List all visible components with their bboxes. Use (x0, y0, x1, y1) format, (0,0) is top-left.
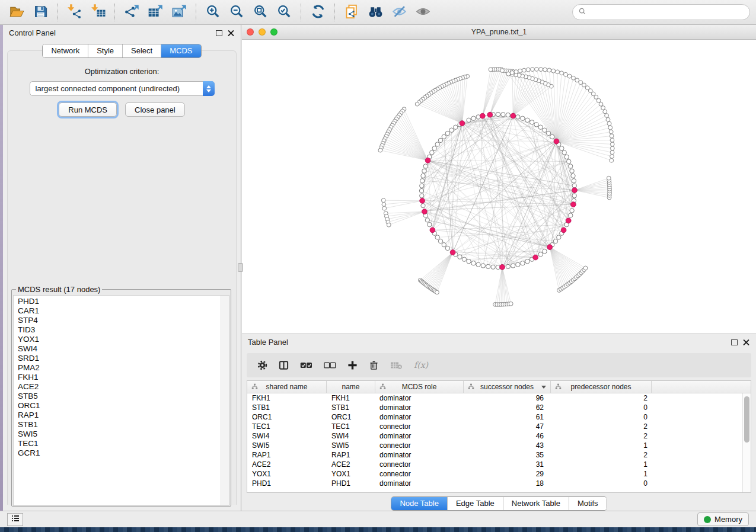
table-row[interactable]: FKH1FKH1dominator962 (247, 393, 751, 403)
export-table-button[interactable] (143, 2, 167, 23)
task-history-button[interactable] (7, 513, 23, 526)
toolbar-separator (334, 4, 335, 21)
mcds-list-scrollbar[interactable] (221, 296, 229, 505)
table-row[interactable]: RAP1RAP1dominator352 (247, 450, 751, 460)
table-cell: 2 (551, 422, 652, 431)
hide-selected-button[interactable] (387, 2, 411, 23)
close-panel-button[interactable]: Close panel (125, 102, 185, 117)
tab-style[interactable]: Style (88, 44, 122, 57)
copy-network-button[interactable] (340, 2, 363, 23)
list-item[interactable]: SWI5 (18, 430, 229, 439)
list-item[interactable]: PHD1 (18, 297, 229, 306)
search-input[interactable] (589, 8, 744, 17)
table-scrollbar-thumb[interactable] (744, 396, 749, 443)
list-item[interactable]: STP4 (18, 316, 229, 325)
table-cell: SWI4 (247, 432, 327, 440)
list-item[interactable]: SWI4 (18, 344, 229, 354)
show-columns-button[interactable] (279, 360, 289, 370)
close-icon[interactable] (743, 339, 750, 346)
minimize-traffic-light-icon[interactable] (259, 28, 266, 36)
zoom-selected-button[interactable] (272, 2, 296, 23)
float-window-icon[interactable] (216, 30, 222, 36)
list-item[interactable]: FKH1 (18, 373, 229, 382)
list-item[interactable]: ORC1 (18, 401, 229, 411)
table-row[interactable]: ORC1ORC1dominator610 (247, 412, 751, 422)
zoom-in-button[interactable] (201, 2, 225, 23)
tab-mcds[interactable]: MCDS (161, 44, 200, 57)
table-cell: FKH1 (327, 394, 375, 402)
table-row[interactable]: SWI4SWI4dominator462 (247, 431, 751, 441)
close-traffic-light-icon[interactable] (247, 28, 254, 36)
table-cell: dominator (375, 413, 464, 421)
list-item[interactable]: GCR1 (18, 448, 229, 458)
column-label: name (342, 383, 359, 391)
add-column-icon (347, 360, 358, 370)
deselect-all-button[interactable] (324, 360, 336, 370)
status-bar: Memory (0, 511, 756, 527)
list-item[interactable]: PMA2 (18, 363, 229, 373)
table-cell: dominator (375, 403, 464, 412)
close-icon[interactable] (228, 30, 235, 37)
add-column-button[interactable] (347, 360, 358, 370)
table-row[interactable]: YOX1YOX1connector291 (247, 469, 751, 479)
tab-edge-table[interactable]: Edge Table (447, 497, 503, 510)
import-network-button[interactable] (62, 2, 86, 23)
column-header-MCDS-role[interactable]: MCDS role (375, 381, 464, 393)
list-item[interactable]: RAP1 (18, 411, 229, 420)
table-cell: FKH1 (247, 394, 327, 402)
export-image-button[interactable] (167, 2, 191, 23)
column-header-filler (652, 381, 751, 393)
delete-table-button (390, 360, 402, 370)
list-item[interactable]: STB5 (18, 392, 229, 401)
column-header-name[interactable]: name (327, 381, 375, 393)
panel-splitter-handle[interactable] (238, 263, 243, 272)
control-panel-header: Control Panel (3, 25, 241, 41)
delete-column-button[interactable] (369, 360, 379, 370)
table-cell: ACE2 (247, 460, 327, 469)
float-window-icon[interactable] (731, 339, 738, 345)
import-table-button[interactable] (86, 2, 110, 23)
search-network-button[interactable] (363, 2, 387, 23)
list-item[interactable]: TEC1 (18, 439, 229, 448)
refresh-view-button[interactable] (306, 2, 330, 23)
select-all-button[interactable] (300, 360, 312, 370)
save-session-button[interactable] (28, 2, 52, 23)
list-item[interactable]: SRD1 (18, 354, 229, 363)
run-mcds-button[interactable]: Run MCDS (59, 102, 117, 117)
list-item[interactable]: STB1 (18, 420, 229, 430)
table-row[interactable]: STB1STB1dominator620 (247, 403, 751, 412)
show-all-button[interactable] (411, 2, 435, 23)
open-file-icon (9, 4, 25, 21)
list-item[interactable]: ACE2 (18, 382, 229, 392)
list-item[interactable]: CAR1 (18, 306, 229, 316)
column-header-predecessor-nodes[interactable]: predecessor nodes (551, 381, 652, 393)
zoom-out-button[interactable] (225, 2, 248, 23)
tab-network[interactable]: Network (43, 44, 88, 57)
export-network-button[interactable] (120, 2, 143, 23)
open-file-button[interactable] (5, 2, 28, 23)
tab-select[interactable]: Select (122, 44, 161, 57)
column-header-shared-name[interactable]: shared name (247, 381, 327, 393)
criterion-dropdown[interactable]: largest connected component (undirected) (30, 81, 215, 96)
tab-network-table[interactable]: Network Table (503, 497, 569, 510)
table-row[interactable]: PHD1PHD1dominator180 (247, 479, 751, 488)
table-row[interactable]: TEC1TEC1connector472 (247, 422, 751, 431)
table-cell: SWI4 (327, 432, 375, 440)
column-label: predecessor nodes (570, 383, 631, 391)
list-item[interactable]: TID3 (18, 325, 229, 335)
search-icon (578, 7, 586, 17)
maximize-traffic-light-icon[interactable] (270, 28, 277, 36)
table-cell: RAP1 (327, 451, 375, 459)
network-canvas[interactable] (242, 40, 756, 334)
settings-gear-button[interactable] (257, 360, 267, 370)
tab-motifs[interactable]: Motifs (569, 497, 607, 510)
delete-column-icon (369, 360, 379, 370)
zoom-fit-button[interactable] (248, 2, 272, 23)
column-header-successor-nodes[interactable]: successor nodes (464, 381, 551, 393)
memory-label: Memory (714, 515, 742, 524)
table-row[interactable]: SWI5SWI5connector431 (247, 441, 751, 450)
table-row[interactable]: ACE2ACE2connector311 (247, 460, 751, 469)
tab-node-table[interactable]: Node Table (391, 497, 447, 510)
memory-button[interactable]: Memory (697, 512, 749, 526)
list-item[interactable]: YOX1 (18, 335, 229, 344)
